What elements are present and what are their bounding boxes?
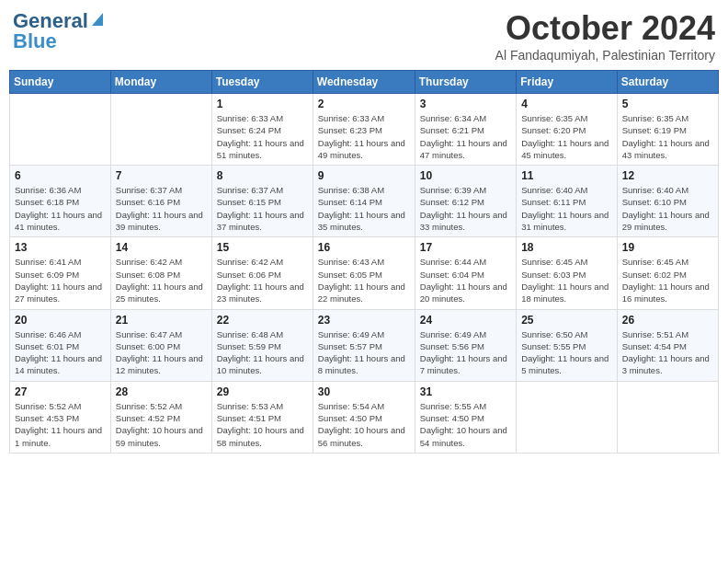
calendar-cell: 14Sunrise: 6:42 AM Sunset: 6:08 PM Dayli… — [110, 237, 211, 309]
calendar-cell — [617, 381, 718, 453]
day-of-week-header: Sunday — [10, 71, 111, 94]
day-number: 8 — [217, 169, 308, 182]
day-info: Sunrise: 6:39 AM Sunset: 6:12 PM Dayligh… — [420, 184, 511, 233]
calendar-cell: 28Sunrise: 5:52 AM Sunset: 4:52 PM Dayli… — [110, 381, 211, 453]
calendar-cell: 20Sunrise: 6:46 AM Sunset: 6:01 PM Dayli… — [10, 309, 111, 381]
day-info: Sunrise: 5:53 AM Sunset: 4:51 PM Dayligh… — [217, 400, 308, 449]
day-of-week-header: Monday — [110, 71, 211, 94]
calendar-cell: 16Sunrise: 6:43 AM Sunset: 6:05 PM Dayli… — [313, 237, 415, 309]
day-info: Sunrise: 6:48 AM Sunset: 5:59 PM Dayligh… — [217, 328, 308, 377]
day-number: 15 — [217, 241, 308, 254]
calendar-cell: 25Sunrise: 6:50 AM Sunset: 5:55 PM Dayli… — [517, 309, 618, 381]
calendar-cell: 26Sunrise: 5:51 AM Sunset: 4:54 PM Dayli… — [617, 309, 718, 381]
day-number: 20 — [15, 314, 106, 327]
calendar-cell: 30Sunrise: 5:54 AM Sunset: 4:50 PM Dayli… — [313, 381, 415, 453]
calendar-week-row: 1Sunrise: 6:33 AM Sunset: 6:24 PM Daylig… — [10, 94, 719, 166]
logo-blue: Blue — [13, 31, 57, 52]
calendar-cell: 6Sunrise: 6:36 AM Sunset: 6:18 PM Daylig… — [10, 166, 111, 237]
day-number: 1 — [217, 98, 308, 110]
calendar-cell: 5Sunrise: 6:35 AM Sunset: 6:19 PM Daylig… — [617, 94, 718, 166]
day-info: Sunrise: 6:45 AM Sunset: 6:03 PM Dayligh… — [521, 256, 612, 304]
day-number: 12 — [622, 169, 713, 182]
day-of-week-header: Thursday — [415, 71, 516, 94]
day-number: 25 — [521, 314, 612, 327]
day-info: Sunrise: 6:41 AM Sunset: 6:09 PM Dayligh… — [15, 256, 106, 304]
day-number: 5 — [622, 98, 713, 110]
day-number: 19 — [622, 241, 713, 254]
calendar-cell: 27Sunrise: 5:52 AM Sunset: 4:53 PM Dayli… — [10, 381, 111, 453]
day-of-week-header: Friday — [517, 71, 618, 94]
day-info: Sunrise: 5:55 AM Sunset: 4:50 PM Dayligh… — [420, 400, 511, 449]
svg-marker-0 — [92, 13, 103, 26]
day-info: Sunrise: 6:49 AM Sunset: 5:56 PM Dayligh… — [420, 328, 511, 377]
logo: General Blue — [13, 9, 103, 52]
calendar-cell — [517, 381, 618, 453]
day-number: 13 — [15, 241, 106, 254]
calendar-cell: 29Sunrise: 5:53 AM Sunset: 4:51 PM Dayli… — [211, 381, 313, 453]
day-number: 22 — [217, 314, 308, 327]
day-info: Sunrise: 6:36 AM Sunset: 6:18 PM Dayligh… — [15, 184, 106, 233]
day-info: Sunrise: 6:37 AM Sunset: 6:15 PM Dayligh… — [217, 184, 308, 233]
day-number: 27 — [15, 385, 106, 398]
day-number: 21 — [116, 314, 207, 327]
calendar-table: SundayMondayTuesdayWednesdayThursdayFrid… — [9, 70, 719, 454]
day-number: 16 — [318, 241, 410, 254]
calendar-week-row: 20Sunrise: 6:46 AM Sunset: 6:01 PM Dayli… — [10, 309, 719, 381]
day-number: 6 — [15, 169, 106, 182]
day-number: 10 — [420, 169, 511, 182]
calendar-cell: 21Sunrise: 6:47 AM Sunset: 6:00 PM Dayli… — [110, 309, 211, 381]
day-info: Sunrise: 6:43 AM Sunset: 6:05 PM Dayligh… — [318, 256, 410, 304]
day-info: Sunrise: 6:49 AM Sunset: 5:57 PM Dayligh… — [318, 328, 410, 377]
day-number: 7 — [116, 169, 207, 182]
calendar-cell: 10Sunrise: 6:39 AM Sunset: 6:12 PM Dayli… — [415, 166, 516, 237]
day-info: Sunrise: 6:35 AM Sunset: 6:20 PM Dayligh… — [521, 112, 612, 161]
day-number: 30 — [318, 385, 410, 398]
calendar-cell: 31Sunrise: 5:55 AM Sunset: 4:50 PM Dayli… — [415, 381, 516, 453]
calendar-cell: 4Sunrise: 6:35 AM Sunset: 6:20 PM Daylig… — [517, 94, 618, 166]
day-number: 18 — [521, 241, 612, 254]
logo-icon — [90, 11, 103, 28]
title-block: October 2024 Al Fandaqumiyah, Palestinia… — [495, 9, 715, 63]
day-info: Sunrise: 6:40 AM Sunset: 6:10 PM Dayligh… — [622, 184, 713, 233]
day-info: Sunrise: 5:51 AM Sunset: 4:54 PM Dayligh… — [622, 328, 713, 377]
day-number: 24 — [420, 314, 511, 327]
day-number: 26 — [622, 314, 713, 327]
month-title: October 2024 — [495, 9, 715, 48]
day-number: 23 — [318, 314, 410, 327]
calendar-cell: 8Sunrise: 6:37 AM Sunset: 6:15 PM Daylig… — [211, 166, 313, 237]
calendar-cell: 13Sunrise: 6:41 AM Sunset: 6:09 PM Dayli… — [10, 237, 111, 309]
day-info: Sunrise: 5:52 AM Sunset: 4:52 PM Dayligh… — [116, 400, 207, 449]
calendar-cell: 7Sunrise: 6:37 AM Sunset: 6:16 PM Daylig… — [110, 166, 211, 237]
calendar-week-row: 6Sunrise: 6:36 AM Sunset: 6:18 PM Daylig… — [10, 166, 719, 237]
day-info: Sunrise: 6:37 AM Sunset: 6:16 PM Dayligh… — [116, 184, 207, 233]
day-of-week-header: Tuesday — [211, 71, 313, 94]
day-number: 3 — [420, 98, 511, 110]
day-info: Sunrise: 6:38 AM Sunset: 6:14 PM Dayligh… — [318, 184, 410, 233]
page-header: General Blue October 2024 Al Fandaqumiya… — [9, 9, 719, 63]
calendar-header-row: SundayMondayTuesdayWednesdayThursdayFrid… — [10, 71, 719, 94]
calendar-cell: 2Sunrise: 6:33 AM Sunset: 6:23 PM Daylig… — [313, 94, 415, 166]
day-of-week-header: Wednesday — [313, 71, 415, 94]
day-info: Sunrise: 6:42 AM Sunset: 6:08 PM Dayligh… — [116, 256, 207, 304]
calendar-cell: 17Sunrise: 6:44 AM Sunset: 6:04 PM Dayli… — [415, 237, 516, 309]
day-of-week-header: Saturday — [617, 71, 718, 94]
location-subtitle: Al Fandaqumiyah, Palestinian Territory — [495, 48, 715, 63]
calendar-cell: 18Sunrise: 6:45 AM Sunset: 6:03 PM Dayli… — [517, 237, 618, 309]
calendar-cell: 19Sunrise: 6:45 AM Sunset: 6:02 PM Dayli… — [617, 237, 718, 309]
day-info: Sunrise: 5:52 AM Sunset: 4:53 PM Dayligh… — [15, 400, 106, 449]
calendar-cell: 11Sunrise: 6:40 AM Sunset: 6:11 PM Dayli… — [517, 166, 618, 237]
day-number: 9 — [318, 169, 410, 182]
day-info: Sunrise: 6:33 AM Sunset: 6:23 PM Dayligh… — [318, 112, 410, 161]
calendar-cell — [10, 94, 111, 166]
day-info: Sunrise: 6:35 AM Sunset: 6:19 PM Dayligh… — [622, 112, 713, 161]
day-info: Sunrise: 6:50 AM Sunset: 5:55 PM Dayligh… — [521, 328, 612, 377]
day-number: 2 — [318, 98, 410, 110]
calendar-cell: 15Sunrise: 6:42 AM Sunset: 6:06 PM Dayli… — [211, 237, 313, 309]
day-info: Sunrise: 6:47 AM Sunset: 6:00 PM Dayligh… — [116, 328, 207, 377]
day-info: Sunrise: 6:40 AM Sunset: 6:11 PM Dayligh… — [521, 184, 612, 233]
day-number: 17 — [420, 241, 511, 254]
calendar-cell: 9Sunrise: 6:38 AM Sunset: 6:14 PM Daylig… — [313, 166, 415, 237]
day-number: 14 — [116, 241, 207, 254]
calendar-cell: 24Sunrise: 6:49 AM Sunset: 5:56 PM Dayli… — [415, 309, 516, 381]
calendar-week-row: 27Sunrise: 5:52 AM Sunset: 4:53 PM Dayli… — [10, 381, 719, 453]
